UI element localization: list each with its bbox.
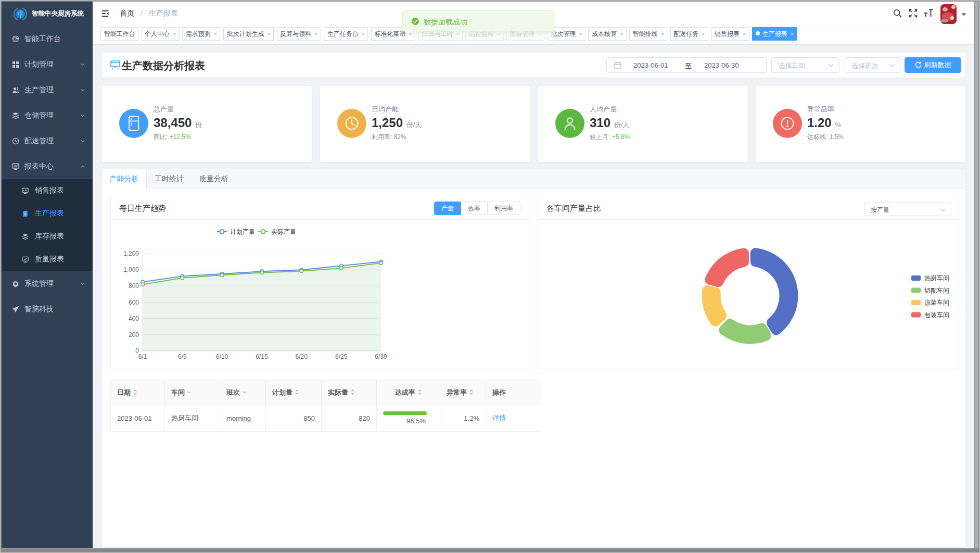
svg-text:6/5: 6/5	[178, 353, 187, 360]
svg-text:切配车间: 切配车间	[924, 287, 949, 294]
svg-text:200: 200	[129, 331, 139, 338]
svg-text:600: 600	[129, 299, 139, 306]
svg-text:6/30: 6/30	[375, 353, 387, 360]
svg-text:6/1: 6/1	[138, 353, 147, 360]
svg-text:1,200: 1,200	[123, 250, 139, 257]
svg-text:6/15: 6/15	[256, 353, 268, 360]
svg-text:包装车间: 包装车间	[924, 311, 949, 319]
svg-text:计划产量: 计划产量	[230, 228, 255, 235]
svg-text:1,000: 1,000	[123, 266, 139, 273]
svg-text:800: 800	[129, 282, 139, 290]
svg-text:6/10: 6/10	[216, 353, 228, 360]
svg-text:400: 400	[129, 315, 139, 322]
svg-text:6/20: 6/20	[296, 353, 308, 360]
svg-text:凉菜车间: 凉菜车间	[924, 299, 949, 306]
svg-text:6/25: 6/25	[335, 353, 348, 360]
svg-text:实际产量: 实际产量	[271, 228, 296, 235]
svg-text:热厨车间: 热厨车间	[924, 274, 949, 282]
